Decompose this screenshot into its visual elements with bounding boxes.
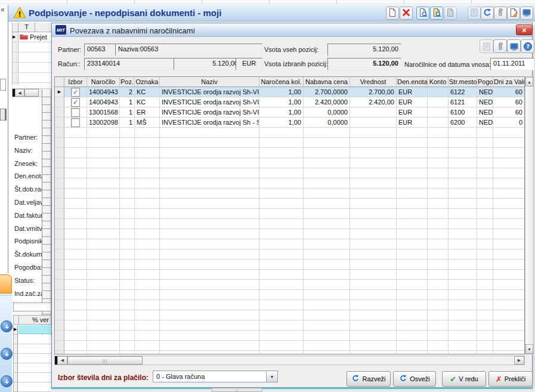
remote-screen-icon[interactable] (507, 39, 521, 53)
grid-vertical-scrollbar[interactable]: ▲ ▼ (525, 76, 534, 354)
racun-amount-field[interactable]: 5.120,00 (174, 58, 241, 70)
help-icon[interactable]: ? (521, 39, 534, 53)
orders-date-field[interactable]: 01.11.2011 (490, 58, 534, 70)
grid-cell[interactable]: EUR (397, 118, 428, 128)
bg-grid-row[interactable] (13, 63, 51, 73)
delete-button[interactable] (400, 7, 413, 20)
grid-cell[interactable]: INVESTICIJE orodja razvoj Sh-VIT (160, 87, 259, 97)
new-document-button[interactable] (386, 7, 399, 20)
grid-col-header[interactable]: Nabavna cena (304, 77, 350, 87)
preview-selection-button[interactable] (430, 7, 443, 20)
grid-cell[interactable]: 6122 (449, 87, 477, 97)
bg-grid-row[interactable] (13, 73, 51, 83)
grid-cell[interactable]: 60 (493, 87, 525, 97)
collapse-panel-icon[interactable]: « (1, 5, 5, 14)
grid-cell[interactable]: INVESTICIJE orodja razvoj Sh - SP (160, 118, 259, 128)
grid-col-header[interactable]: Naročilo (87, 77, 120, 87)
attachments-button[interactable] (494, 7, 507, 20)
close-button[interactable]: × (516, 24, 533, 35)
grid-cell[interactable]: 6200 (449, 118, 477, 128)
scroll-down-button[interactable]: ▼ (525, 344, 533, 354)
grid-col-header[interactable]: Naziv (160, 77, 259, 87)
grid-cell[interactable]: INVESTICIJE orodja razvoj Sh-VIT (160, 107, 259, 118)
grid-cell[interactable]: EUR (397, 87, 428, 97)
grid-cell[interactable]: 2.700,00 (350, 87, 397, 97)
grid-cell[interactable]: 60 (493, 107, 525, 118)
remote-screen-button[interactable] (520, 7, 533, 20)
table-row[interactable]: ▶✓140049432KCINVESTICIJE orodja razvoj S… (55, 87, 524, 97)
bg-grid-row[interactable]: ▶ Prejet (13, 32, 51, 42)
bg-grid-row[interactable] (13, 83, 51, 85)
partner-name-field[interactable]: Naziva:00563 (115, 44, 262, 56)
grid-cell[interactable]: KC (135, 97, 160, 107)
grid-cell[interactable]: MŠ (135, 118, 160, 128)
preklici-button[interactable]: ✗Prekliči (488, 371, 533, 387)
table-row[interactable]: 130015681ERINVESTICIJE orodja razvoj Sh-… (55, 107, 524, 118)
osvezi-button[interactable]: Osveži (393, 371, 436, 387)
grid-cell[interactable]: 1,00 (259, 118, 304, 128)
grid-cell[interactable]: 2.420,0000 (304, 97, 350, 107)
chevron-down-icon[interactable]: ▼ (266, 371, 277, 382)
grid-cell[interactable] (428, 97, 449, 107)
checkbox-unchecked[interactable] (71, 118, 80, 127)
edit-document-button[interactable] (507, 7, 520, 20)
table-row[interactable]: ✓140049431KCINVESTICIJE orodja razvoj Sh… (55, 97, 524, 107)
checkbox-checked[interactable]: ✓ (71, 98, 80, 107)
grid-cell[interactable] (428, 118, 449, 128)
grid-col-header[interactable]: Poz. (120, 77, 135, 87)
grid-cell[interactable]: 1,00 (259, 97, 304, 107)
grid-cell[interactable]: NED (477, 87, 493, 97)
grid-cell[interactable] (428, 107, 449, 118)
razvezi-button[interactable]: Razveži (347, 371, 391, 387)
refresh-button[interactable] (481, 7, 494, 20)
grid-cell[interactable]: 2.700,0000 (304, 87, 350, 97)
bg-grid-row[interactable] (13, 53, 51, 63)
grid-cell[interactable]: 1 (120, 97, 135, 107)
grid-col-header[interactable]: Konto (428, 77, 449, 87)
checkbox-checked[interactable]: ✓ (71, 88, 80, 97)
grid-cell[interactable]: NED (477, 107, 493, 118)
attachment-icon[interactable] (493, 39, 507, 53)
grid-cell[interactable]: 1,00 (259, 107, 304, 118)
scroll-up-button[interactable]: ▲ (525, 77, 533, 87)
grid-cell[interactable]: 6100 (449, 107, 477, 118)
bg-scroll-fragment[interactable]: || (212, 388, 262, 392)
scroll-thumb[interactable] (24, 89, 39, 97)
grid-cell[interactable] (350, 107, 397, 118)
grid-cell[interactable]: 2 (120, 87, 135, 97)
grid-cell[interactable]: 0,0000 (304, 118, 350, 128)
grid-cell[interactable]: 2.420,00 (350, 97, 397, 107)
sidebar-circle-button[interactable] (1, 320, 13, 332)
racun-currency-field[interactable]: EUR (236, 58, 262, 70)
grid-cell[interactable] (428, 87, 449, 97)
grid-col-header[interactable]: Vrednost (350, 77, 397, 87)
bg-pct-col-label[interactable]: % ver (19, 316, 51, 324)
preview-button[interactable] (416, 7, 429, 20)
grid-cell[interactable]: EUR (397, 97, 428, 107)
bg-grid-row[interactable] (13, 42, 51, 53)
table-row[interactable]: 130020981MŠINVESTICIJE orodja razvoj Sh … (55, 118, 524, 128)
racun-number-field[interactable]: 233140014 (84, 58, 179, 70)
grid-cell[interactable] (350, 118, 397, 128)
sidebar-circle-button[interactable] (1, 348, 13, 360)
grid-col-header[interactable]: Oznaka (135, 77, 160, 87)
grid-col-header[interactable]: Str.mesto (449, 77, 477, 87)
grid-cell[interactable]: 6121 (449, 97, 477, 107)
sidebar-highlight-fragment[interactable] (0, 274, 12, 294)
grid-cell[interactable]: 60 (493, 97, 525, 107)
grid-cell[interactable]: 0 (493, 118, 525, 128)
grid-cell[interactable]: 13002098 (87, 118, 120, 128)
days-for-payment-select[interactable]: 0 - Glava računa ▼ (153, 371, 278, 382)
scroll-thumb[interactable]: ||| (67, 356, 143, 365)
grid-cell[interactable]: EUR (397, 107, 428, 118)
grid-cell[interactable]: 1,00 (259, 87, 304, 97)
grid-col-header[interactable]: Dni za Valu (493, 77, 525, 87)
sidebar-circle-button[interactable] (1, 375, 13, 387)
grid-cell[interactable]: 13001568 (87, 107, 120, 118)
grid-cell[interactable]: 1 (120, 118, 135, 128)
grid-cell[interactable]: 1 (120, 107, 135, 118)
grid-col-header[interactable]: Pogo (477, 77, 493, 87)
grid-col-header[interactable]: Izbor (64, 77, 87, 87)
bg-focus-box[interactable] (13, 303, 51, 311)
grid-cell[interactable]: NED (477, 118, 493, 128)
